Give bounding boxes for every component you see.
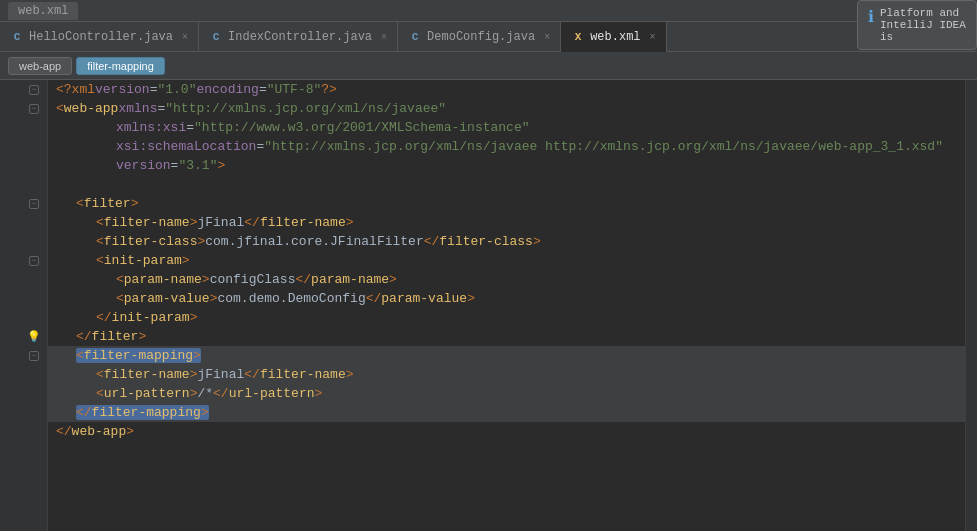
tab-bar: CHelloController.java×CIndexController.j… [0,22,977,52]
gutter-line: − [0,194,47,213]
code-line[interactable]: <?xml version="1.0" encoding="UTF-8"?> [48,80,965,99]
code-line[interactable]: <filter-mapping> [48,346,965,365]
notification-line1: Platform and [880,7,966,19]
gutter-line: − [0,99,47,118]
code-line[interactable]: <filter> [48,194,965,213]
editor-tab-demo[interactable]: CDemoConfig.java× [398,22,561,52]
tab-label: DemoConfig.java [427,30,535,44]
gutter-line [0,365,47,384]
editor-tab-webxml[interactable]: Xweb.xml× [561,22,666,52]
bulb-icon[interactable]: 💡 [27,330,41,343]
gutter-line [0,175,47,194]
code-line[interactable]: xsi:schemaLocation="http://xmlns.jcp.org… [48,137,965,156]
gutter-line [0,384,47,403]
code-editor[interactable]: <?xml version="1.0" encoding="UTF-8"?><w… [48,80,965,531]
code-line[interactable]: </filter> [48,327,965,346]
tab-close-button[interactable]: × [650,32,656,43]
notification-panel: ℹ Platform and IntelliJ IDEA is [857,0,977,50]
gutter-line [0,422,47,441]
tab-label: IndexController.java [228,30,372,44]
gutter-line: − [0,346,47,365]
code-line[interactable]: <filter-name>jFinal</filter-name> [48,213,965,232]
code-line[interactable]: <param-name>configClass</param-name> [48,270,965,289]
code-line[interactable] [48,175,965,194]
gutter-line [0,289,47,308]
tab-close-button[interactable]: × [182,32,188,43]
info-icon: ℹ [868,7,874,27]
tab-file-icon: X [571,30,585,44]
gutter-line: 💡 [0,327,47,346]
editor-area: −−−−💡− <?xml version="1.0" encoding="UTF… [0,80,977,531]
gutter-line [0,270,47,289]
code-line[interactable]: </filter-mapping> [48,403,965,422]
gutter-line [0,156,47,175]
gutter-line [0,213,47,232]
toolbar: web-app filter-mapping [0,52,977,80]
code-line[interactable]: <param-value>com.demo.DemoConfig</param-… [48,289,965,308]
code-line[interactable]: <filter-name>jFinal</filter-name> [48,365,965,384]
gutter-line: − [0,251,47,270]
code-line[interactable]: <web-app xmlns="http://xmlns.jcp.org/xml… [48,99,965,118]
code-line[interactable]: xmlns:xsi="http://www.w3.org/2001/XMLSch… [48,118,965,137]
code-line[interactable]: version="3.1"> [48,156,965,175]
fold-icon[interactable]: − [29,351,39,361]
gutter-line [0,118,47,137]
code-line[interactable]: <url-pattern>/*</url-pattern> [48,384,965,403]
code-line[interactable]: </init-param> [48,308,965,327]
editor-tab-hello[interactable]: CHelloController.java× [0,22,199,52]
code-line[interactable]: <filter-class>com.jfinal.core.JFinalFilt… [48,232,965,251]
gutter-line: − [0,80,47,99]
fold-icon[interactable]: − [29,199,39,209]
fold-icon[interactable]: − [29,104,39,114]
line-gutter: −−−−💡− [0,80,48,531]
tab-close-button[interactable]: × [381,32,387,43]
tab-file-icon: C [408,30,422,44]
gutter-line [0,137,47,156]
title-bar: web.xml [0,0,977,22]
code-line[interactable]: </web-app> [48,422,965,441]
tab-label: HelloController.java [29,30,173,44]
gutter-line [0,232,47,251]
tab-file-icon: C [10,30,24,44]
filter-mapping-button[interactable]: filter-mapping [76,57,165,75]
tab-label: web.xml [590,30,640,44]
notification-line2: IntelliJ IDEA is [880,19,966,43]
web-app-button[interactable]: web-app [8,57,72,75]
fold-icon[interactable]: − [29,256,39,266]
code-line[interactable]: <init-param> [48,251,965,270]
fold-icon[interactable]: − [29,85,39,95]
tab-file-icon: C [209,30,223,44]
gutter-line [0,403,47,422]
title-tab[interactable]: web.xml [8,2,78,20]
scrollbar-panel[interactable] [965,80,977,531]
editor-tab-index[interactable]: CIndexController.java× [199,22,398,52]
gutter-line [0,308,47,327]
tab-close-button[interactable]: × [544,32,550,43]
